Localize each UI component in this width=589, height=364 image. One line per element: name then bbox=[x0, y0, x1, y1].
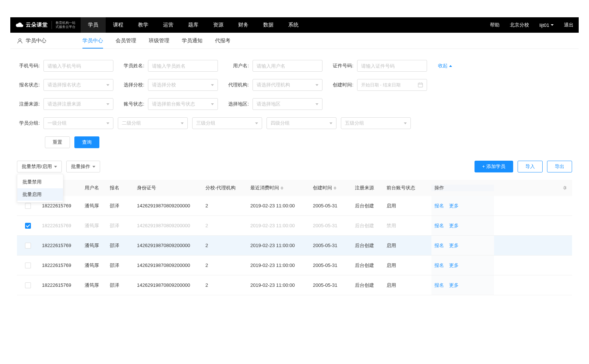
cell-signup: 邵泽 bbox=[107, 222, 134, 229]
chevron-down-icon bbox=[404, 122, 407, 124]
nav-resources[interactable]: 资源 bbox=[206, 17, 231, 33]
filter-branch: 选择分校: 请选择分校 bbox=[121, 79, 218, 91]
username-input[interactable] bbox=[253, 60, 322, 72]
batch-disable-item[interactable]: 批量禁用 bbox=[17, 176, 63, 188]
cell-id-no: 14262919870809200000 bbox=[134, 223, 202, 228]
row-checkbox[interactable] bbox=[25, 223, 31, 229]
row-checkbox[interactable] bbox=[25, 282, 31, 288]
group-level-5-select[interactable]: 五级分组 bbox=[341, 117, 411, 129]
group-level-2-select[interactable]: 二级分组 bbox=[118, 117, 188, 129]
create-time-range[interactable]: 开始日期 - 结束日期 bbox=[357, 79, 427, 91]
tab-member-mgmt[interactable]: 会员管理 bbox=[116, 33, 136, 49]
nav-students[interactable]: 学员 bbox=[81, 17, 106, 33]
action-signup-link[interactable]: 报名 bbox=[434, 203, 444, 209]
account-status-select[interactable]: 请选择前台账号状态 bbox=[148, 98, 218, 110]
collapse-toggle[interactable]: 收起 bbox=[438, 63, 452, 69]
filter-region: 选择地区: 请选择地区 bbox=[226, 98, 322, 110]
reg-source-select[interactable]: 请选择注册来源 bbox=[43, 98, 113, 110]
group-level-3-select[interactable]: 三级分组 bbox=[192, 117, 262, 129]
sub-nav: 学员中心 学员中心 会员管理 班级管理 学员通知 代报考 bbox=[10, 33, 579, 49]
filter-group: 学员分组: 一级分组 二级分组 三级分组 四级分组 五级分组 bbox=[17, 117, 411, 129]
cell-username: 潘筠厚 bbox=[82, 262, 107, 269]
tab-student-notice[interactable]: 学员通知 bbox=[182, 33, 202, 49]
nav-system[interactable]: 系统 bbox=[281, 17, 306, 33]
th-id-no: 身份证号 bbox=[134, 185, 202, 191]
cell-create-time: 2005-05-31 bbox=[310, 263, 352, 268]
nav-finance[interactable]: 财务 bbox=[231, 17, 256, 33]
filter-row-3: 注册来源: 请选择注册来源 账号状态: 请选择前台账号状态 选择地区: 请选择地… bbox=[17, 98, 572, 110]
batch-disable-enable-dropdown[interactable]: 批量禁用/启用 bbox=[17, 161, 62, 172]
tab-student-center[interactable]: 学员中心 bbox=[82, 33, 103, 49]
branch-select[interactable]: 请选择分校 bbox=[148, 79, 218, 91]
action-more-link[interactable]: 更多 bbox=[449, 242, 459, 249]
search-button[interactable]: 查询 bbox=[74, 136, 99, 148]
batch-ops-dropdown[interactable]: 批量操作 bbox=[66, 161, 100, 172]
action-signup-link[interactable]: 报名 bbox=[434, 222, 444, 229]
action-more-link[interactable]: 更多 bbox=[449, 262, 459, 269]
cell-reg-source: 后台创建 bbox=[352, 222, 384, 229]
action-signup-link[interactable]: 报名 bbox=[434, 242, 444, 249]
account-status-label: 账号状态: bbox=[121, 101, 144, 107]
logout-link[interactable]: 退出 bbox=[559, 22, 579, 28]
nav-data[interactable]: 数据 bbox=[256, 17, 281, 33]
student-table: 手机号 用户名 报名 身份证号 分校-代理机构 最近消费时间 创建时间 注册来源… bbox=[17, 180, 572, 295]
help-link[interactable]: 帮助 bbox=[485, 22, 505, 28]
region-select[interactable]: 请选择地区 bbox=[253, 98, 322, 110]
th-account-status: 前台账号状态 bbox=[384, 185, 431, 191]
tab-proxy-exam[interactable]: 代报考 bbox=[215, 33, 230, 49]
enroll-status-label: 报名状态: bbox=[17, 82, 40, 88]
cell-branch-agent: 2 bbox=[202, 203, 247, 208]
svg-point-0 bbox=[19, 39, 21, 41]
nav-courses[interactable]: 课程 bbox=[106, 17, 131, 33]
cell-reg-source: 后台创建 bbox=[352, 242, 384, 249]
chevron-up-icon bbox=[449, 65, 452, 67]
cell-reg-source: 后台创建 bbox=[352, 282, 384, 289]
logo[interactable]: 云朵课堂 教育机构一站式服务云平台 bbox=[10, 17, 81, 33]
group-level-4-select[interactable]: 四级分组 bbox=[267, 117, 336, 129]
cell-phone: 18222615769 bbox=[39, 263, 82, 268]
export-button[interactable]: 导出 bbox=[547, 161, 572, 172]
branch-selector[interactable]: 北京分校 bbox=[505, 22, 534, 28]
row-checkbox[interactable] bbox=[25, 263, 31, 268]
import-button[interactable]: 导入 bbox=[518, 161, 543, 172]
sort-icon bbox=[281, 186, 283, 190]
action-more-link[interactable]: 更多 bbox=[449, 203, 459, 209]
action-more-link[interactable]: 更多 bbox=[449, 222, 459, 229]
group-level-1-select[interactable]: 一级分组 bbox=[43, 117, 113, 129]
nav-question-bank[interactable]: 题库 bbox=[181, 17, 206, 33]
top-nav-items: 学员 课程 教学 运营 题库 资源 财务 数据 系统 bbox=[81, 17, 306, 33]
student-name-input[interactable] bbox=[148, 60, 218, 72]
enroll-status-select[interactable]: 请选择报名状态 bbox=[43, 79, 113, 91]
user-icon bbox=[17, 38, 23, 44]
action-more-link[interactable]: 更多 bbox=[449, 282, 459, 289]
add-student-button[interactable]: + 添加学员 bbox=[475, 161, 513, 172]
cell-account-status: 启用 bbox=[384, 242, 431, 249]
th-last-spend[interactable]: 最近消费时间 bbox=[247, 185, 310, 191]
batch-enable-item[interactable]: 批量启用 bbox=[17, 188, 63, 201]
gear-icon[interactable] bbox=[562, 185, 567, 190]
reset-button[interactable]: 重置 bbox=[45, 136, 70, 148]
row-checkbox[interactable] bbox=[25, 243, 31, 249]
table-row: 18222615769潘筠厚邵泽142629198708092000002201… bbox=[17, 196, 572, 216]
nav-teaching[interactable]: 教学 bbox=[131, 17, 156, 33]
cell-id-no: 14262919870809200000 bbox=[134, 263, 202, 268]
action-signup-link[interactable]: 报名 bbox=[434, 282, 444, 289]
table-row: 18222615769潘筠厚邵泽142629198708092000002201… bbox=[17, 256, 572, 275]
cell-id-no: 14262919870809200000 bbox=[134, 282, 202, 288]
chevron-down-icon bbox=[211, 103, 214, 105]
action-signup-link[interactable]: 报名 bbox=[434, 262, 444, 269]
cell-phone: 18222615769 bbox=[39, 243, 82, 248]
th-create-time[interactable]: 创建时间 bbox=[310, 185, 352, 191]
row-checkbox[interactable] bbox=[25, 203, 31, 209]
caret-down-icon bbox=[551, 24, 554, 26]
filter-row-4: 学员分组: 一级分组 二级分组 三级分组 四级分组 五级分组 bbox=[17, 117, 572, 129]
user-menu[interactable]: lijt01 bbox=[534, 22, 559, 28]
student-name-label: 学员姓名: bbox=[121, 63, 144, 69]
agent-select[interactable]: 请选择代理机构 bbox=[253, 79, 322, 91]
id-no-input[interactable] bbox=[357, 60, 427, 72]
agent-label: 代理机构: bbox=[226, 82, 249, 88]
nav-operations[interactable]: 运营 bbox=[156, 17, 181, 33]
logo-subtitle: 教育机构一站式服务云平台 bbox=[56, 21, 75, 29]
tab-class-mgmt[interactable]: 班级管理 bbox=[149, 33, 169, 49]
phone-input[interactable] bbox=[43, 60, 113, 72]
